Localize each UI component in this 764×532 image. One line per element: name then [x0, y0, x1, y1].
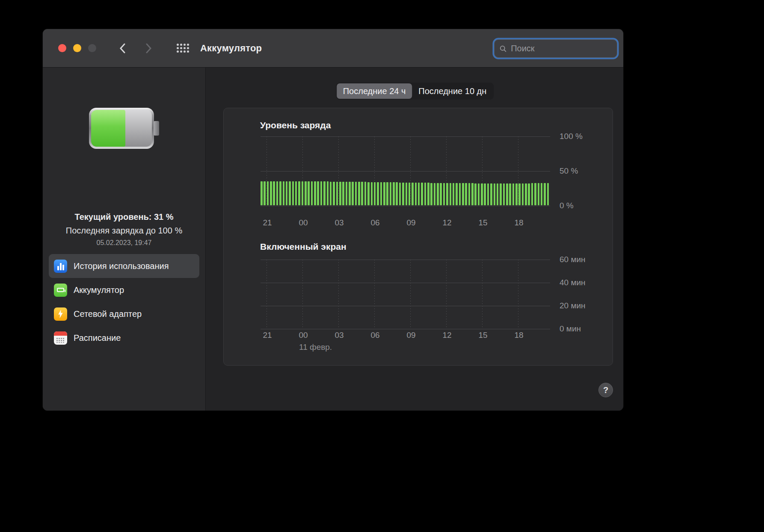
chart-bar [380, 182, 382, 205]
gridline-horizontal [261, 283, 550, 283]
forward-button[interactable] [143, 42, 154, 55]
chart-bar [412, 183, 414, 205]
chart-bar [327, 181, 329, 205]
sidebar-item-power-adapter[interactable]: Сетевой адаптер [49, 302, 199, 326]
chart-bar [494, 183, 496, 205]
chart-bar [320, 181, 323, 205]
chart-bar [267, 181, 269, 205]
x-axis-label: 12 [443, 218, 452, 228]
gridline-vertical [338, 136, 339, 206]
screen-on-xaxis: 2100030609121518 [261, 331, 560, 341]
show-all-preferences-icon[interactable] [177, 44, 189, 53]
current-level-text: Текущий уровень: 31 % [43, 212, 205, 222]
chart-bar [525, 183, 527, 205]
sidebar-item-label: Сетевой адаптер [74, 309, 142, 319]
chart-bar [544, 183, 546, 205]
search-field[interactable] [494, 39, 617, 58]
gridline-vertical [518, 260, 518, 329]
chart-bar [453, 183, 455, 205]
x-axis-label: 03 [335, 331, 344, 340]
chart-title-screen-on: Включенный экран [260, 242, 346, 252]
chart-bar [541, 183, 543, 205]
y-axis-label: 40 мин [560, 278, 586, 287]
x-axis-label: 15 [479, 331, 488, 340]
usage-history-icon [54, 260, 67, 273]
search-icon [500, 45, 506, 53]
tab-last-10d[interactable]: Последние 10 дн [412, 83, 493, 99]
minimize-window-button[interactable] [73, 44, 81, 52]
chart-bar [481, 183, 483, 205]
search-input[interactable] [511, 44, 612, 53]
page-title: Аккумулятор [200, 43, 262, 54]
back-button[interactable] [117, 42, 128, 55]
x-axis-label: 15 [479, 218, 488, 228]
x-axis-label: 00 [299, 218, 308, 228]
help-button[interactable]: ? [598, 383, 613, 397]
chart-bar [518, 183, 521, 205]
chart-bar [311, 181, 313, 205]
chart-bar [292, 181, 294, 205]
chart-bar [371, 182, 373, 205]
y-axis-label: 60 мин [560, 255, 586, 264]
chart-bar [503, 183, 505, 205]
chart-bar [443, 183, 445, 205]
chart-bar [361, 182, 363, 205]
y-axis-label: 100 % [560, 132, 583, 141]
chart-bar [406, 183, 408, 205]
chart-bar [450, 183, 452, 205]
chart-bar [434, 183, 436, 205]
x-axis-label: 12 [443, 331, 452, 340]
chart-bar [261, 181, 263, 205]
gridline-vertical [338, 260, 339, 329]
battery-icon [54, 284, 67, 297]
gridline-horizontal [261, 329, 550, 329]
chart-bar [531, 183, 533, 205]
chart-bar [430, 183, 432, 205]
chart-bar [459, 183, 461, 205]
chart-bar [358, 182, 360, 205]
chart-bar [509, 183, 511, 205]
chart-bar [490, 183, 492, 205]
chart-bar [323, 181, 326, 205]
chart-bar [390, 182, 392, 205]
tab-last-24h[interactable]: Последние 24 ч [337, 83, 412, 99]
sidebar-item-battery[interactable]: Аккумулятор [49, 278, 199, 302]
battery-fill-level [91, 110, 125, 147]
chart-bar [528, 183, 530, 205]
chart-bar [547, 183, 549, 205]
close-window-button[interactable] [58, 44, 66, 52]
chart-bar [286, 181, 288, 205]
x-axis-label: 18 [515, 218, 524, 228]
x-axis-label: 09 [407, 331, 416, 340]
x-axis-label: 00 [299, 331, 308, 340]
x-axis-label: 06 [371, 331, 380, 340]
chart-bar [468, 183, 471, 205]
date-label: 11 февр. [299, 343, 332, 352]
zoom-window-button[interactable] [88, 44, 96, 52]
chart-bar [471, 183, 474, 205]
chart-bar [446, 183, 448, 205]
chart-bar [415, 183, 417, 205]
chart-bar [308, 181, 310, 205]
sidebar-item-schedule[interactable]: Расписание [49, 326, 199, 350]
chart-bar [314, 181, 316, 205]
y-axis-label: 20 мин [560, 301, 586, 310]
chart-bar [270, 181, 272, 205]
chart-bar [374, 182, 376, 205]
last-charge-text: Последняя зарядка до 100 % [43, 226, 205, 236]
chart-bar [440, 183, 442, 205]
x-axis-label: 03 [335, 218, 344, 228]
gridline-horizontal [261, 206, 550, 206]
sidebar-item-usage-history[interactable]: История использования [49, 254, 199, 278]
x-axis-label: 06 [371, 218, 380, 228]
chart-bar [418, 183, 420, 205]
chart-bar [283, 181, 285, 205]
schedule-icon [54, 331, 67, 345]
chart-bar [386, 182, 388, 205]
x-axis-label: 21 [263, 218, 272, 228]
gridline-horizontal [261, 306, 550, 306]
chart-bar [367, 182, 370, 205]
chart-bar [515, 183, 518, 205]
chart-bar [298, 181, 300, 205]
sidebar-item-label: Аккумулятор [74, 285, 124, 295]
